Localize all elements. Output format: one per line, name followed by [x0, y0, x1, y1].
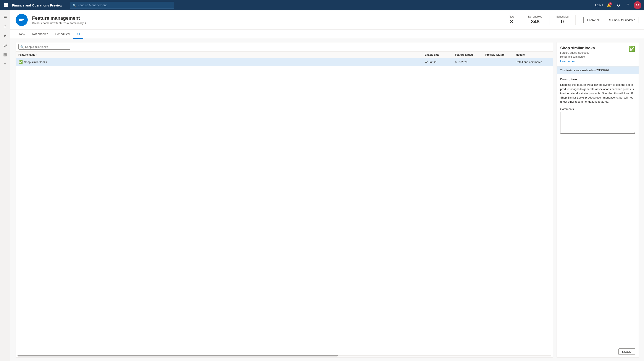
detail-module: Retail and commerce	[560, 55, 595, 58]
detail-header: Shop similar looks Feature added 6/16/20…	[557, 43, 638, 67]
sidebar-item-favorites[interactable]: ★	[1, 31, 10, 40]
comments-label: Comments	[560, 107, 635, 111]
svg-rect-7	[19, 22, 22, 22]
check-updates-label: Check for updates	[612, 19, 635, 22]
page-title-area: Feature management Do not enable new fea…	[32, 15, 498, 25]
main-content: Feature management Do not enable new fea…	[10, 11, 644, 361]
refresh-icon: ↻	[608, 19, 611, 22]
svg-rect-4	[19, 18, 24, 19]
feature-mode-selector[interactable]: Do not enable new features automatically…	[32, 22, 498, 25]
top-navigation: Finance and Operations Preview 🔍 USRT 🔔 …	[0, 0, 644, 11]
col-enable-date[interactable]: Enable date	[425, 53, 455, 56]
description-text: Enabling this feature will allow the sys…	[560, 83, 635, 104]
svg-rect-1	[6, 3, 8, 5]
sidebar: ☰ ⌂ ★ ◷ ▦ ≡	[0, 11, 10, 361]
help-button[interactable]: ?	[624, 1, 632, 9]
scrollbar-thumb[interactable]	[18, 355, 338, 356]
enabled-check-icon: ✅	[18, 60, 23, 64]
settings-button[interactable]: ⚙	[614, 1, 622, 9]
stat-not-enabled-label: Not enabled	[528, 15, 542, 18]
stat-not-enabled-value: 348	[528, 19, 542, 25]
page-title: Feature management	[32, 15, 498, 21]
table-search-input[interactable]	[25, 45, 68, 49]
scrollbar-track[interactable]	[18, 355, 551, 356]
topnav-right: USRT 🔔 1 ⚙ ? BE	[595, 1, 642, 9]
stat-not-enabled: Not enabled 348	[521, 15, 550, 25]
tabs-bar: New Not enabled Scheduled All	[10, 30, 644, 39]
stat-new-value: 8	[509, 19, 514, 25]
disable-button[interactable]: Disable	[618, 348, 635, 355]
chevron-down-icon: ▾	[85, 22, 86, 25]
stat-scheduled: Scheduled 0	[550, 15, 576, 25]
page-icon	[16, 14, 28, 26]
cell-feature-name: ✅ Shop similar looks	[18, 60, 425, 64]
stat-scheduled-label: Scheduled	[556, 15, 569, 18]
sidebar-item-recent[interactable]: ◷	[1, 41, 10, 49]
description-title: Description	[560, 78, 635, 81]
svg-rect-6	[19, 20, 22, 21]
table-body: ✅ Shop similar looks 7/13/2020 6/16/2020…	[16, 58, 553, 354]
content-area: 🔍 Feature name ↑ Enable date Feature add…	[10, 39, 644, 361]
table-search-wrap[interactable]: 🔍	[18, 44, 70, 50]
detail-enabled-icon: ✅	[629, 46, 635, 52]
header-actions: Enable all ↻ Check for updates	[584, 17, 639, 23]
col-feature-name[interactable]: Feature name ↑	[18, 53, 425, 56]
detail-header-content: Shop similar looks Feature added 6/16/20…	[560, 46, 595, 63]
svg-rect-0	[4, 3, 6, 5]
table-search-icon: 🔍	[20, 45, 24, 49]
feature-mode-label: Do not enable new features automatically	[32, 22, 84, 25]
table-header: Feature name ↑ Enable date Feature added…	[16, 52, 553, 58]
col-preview-feature[interactable]: Preview feature	[485, 53, 516, 56]
table-search-bar: 🔍	[16, 43, 553, 52]
tab-not-enabled[interactable]: Not enabled	[28, 30, 52, 39]
detail-title: Shop similar looks	[560, 46, 595, 51]
learn-more-link[interactable]: Learn more	[560, 60, 574, 63]
stat-new: New 8	[502, 15, 521, 25]
cell-enable-date: 7/13/2020	[425, 61, 455, 64]
detail-body: Description Enabling this feature will a…	[557, 74, 638, 346]
check-updates-button[interactable]: ↻ Check for updates	[605, 17, 639, 23]
stats-area: New 8 Not enabled 348 Scheduled 0	[502, 15, 576, 25]
enable-all-button[interactable]: Enable all	[584, 17, 603, 23]
notifications-button[interactable]: 🔔 1	[605, 1, 613, 9]
search-input[interactable]	[78, 4, 172, 7]
svg-rect-3	[6, 6, 8, 7]
sidebar-item-workspaces[interactable]: ▦	[1, 50, 10, 59]
col-module[interactable]: Module	[516, 53, 550, 56]
detail-enabled-banner: This feature was enabled on 7/13/2020	[557, 67, 638, 74]
global-search[interactable]: 🔍	[70, 2, 174, 9]
sidebar-item-modules[interactable]: ≡	[1, 60, 10, 69]
tab-all[interactable]: All	[73, 30, 84, 39]
notification-badge: 1	[609, 2, 612, 5]
comments-textarea[interactable]	[560, 112, 635, 134]
detail-footer: Disable	[557, 346, 638, 357]
sidebar-item-menu[interactable]: ☰	[1, 12, 10, 21]
detail-panel: Shop similar looks Feature added 6/16/20…	[556, 42, 639, 357]
sort-desc-icon: ↓	[474, 54, 475, 56]
app-title: Finance and Operations Preview	[12, 4, 62, 7]
col-feature-added[interactable]: Feature added ↓	[455, 53, 485, 56]
sort-asc-icon: ↑	[36, 54, 37, 56]
username-label: USRT	[595, 4, 603, 7]
avatar[interactable]: BE	[634, 1, 642, 9]
app-grid-icon[interactable]	[2, 2, 10, 9]
detail-feature-added: Feature added 6/16/2020	[560, 51, 595, 54]
horizontal-scrollbar[interactable]	[16, 354, 553, 357]
svg-rect-2	[4, 6, 6, 7]
cell-module: Retail and commerce	[516, 61, 550, 64]
feature-table-panel: 🔍 Feature name ↑ Enable date Feature add…	[16, 42, 553, 357]
stat-new-label: New	[509, 15, 514, 18]
page-header: Feature management Do not enable new fea…	[10, 11, 644, 30]
search-icon: 🔍	[72, 4, 76, 7]
app-layout: ☰ ⌂ ★ ◷ ▦ ≡ Feature management Do not en…	[0, 11, 644, 361]
stat-scheduled-value: 0	[556, 19, 569, 25]
tab-scheduled[interactable]: Scheduled	[52, 30, 73, 39]
svg-rect-5	[19, 19, 24, 20]
tab-new[interactable]: New	[16, 30, 28, 39]
table-row[interactable]: ✅ Shop similar looks 7/13/2020 6/16/2020…	[16, 58, 553, 66]
sidebar-item-home[interactable]: ⌂	[1, 22, 10, 30]
cell-feature-added: 6/16/2020	[455, 61, 485, 64]
